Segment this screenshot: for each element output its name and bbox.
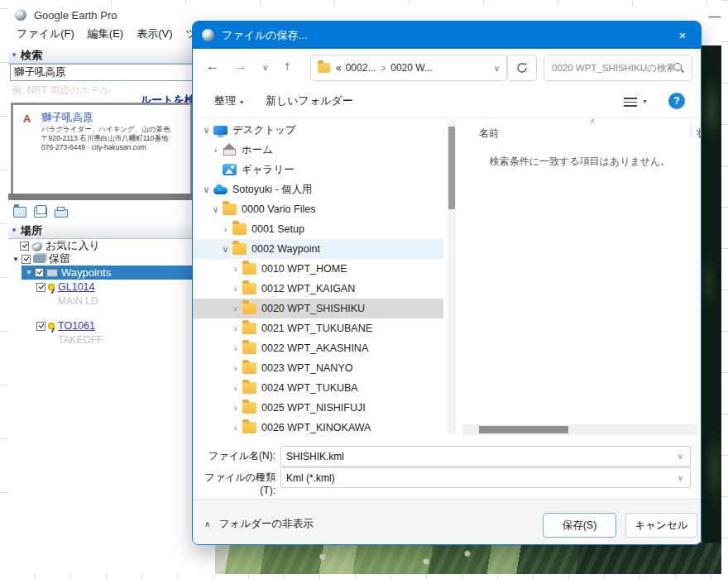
help-button[interactable]: ?	[668, 93, 685, 109]
caret-down-icon[interactable]: ▼	[642, 98, 648, 104]
chevron-icon[interactable]: ›	[230, 403, 241, 413]
satellite-map-strip-bottom[interactable]	[215, 543, 721, 574]
refresh-button[interactable]	[507, 55, 537, 81]
menu-view[interactable]: 表示(V)	[130, 26, 179, 41]
tree-item-folder[interactable]: ›0024 WPT_TUKUBA	[193, 378, 443, 398]
result-title-link[interactable]: 獅子吼高原	[41, 111, 93, 125]
ge-search-input[interactable]: 獅子吼高原	[10, 64, 222, 81]
places-item-waypoint[interactable]: TO1061	[8, 318, 223, 333]
recent-locations-dropdown[interactable]: ∨	[262, 63, 268, 72]
chevron-icon[interactable]: ∨	[201, 184, 212, 195]
collapse-triangle-icon[interactable]: ▼	[11, 51, 17, 59]
tree-item-gallery[interactable]: ギャラリー	[193, 160, 443, 179]
checkbox-checked-icon[interactable]	[22, 255, 31, 264]
organize-button[interactable]: 整理 ▼	[214, 93, 245, 108]
tree-item-folder-highlighted[interactable]: ∨0002 Waypoint	[193, 239, 443, 259]
tree-expander-icon[interactable]: ▼	[12, 256, 20, 263]
scrollbar-thumb[interactable]	[448, 127, 455, 209]
column-separator[interactable]	[691, 122, 692, 138]
checkbox-checked-icon[interactable]	[20, 242, 29, 251]
search-hint: 例: NRT 周辺のホテル	[12, 84, 110, 98]
tree-item-folder[interactable]: ∨0000 Vario Files	[193, 199, 443, 219]
new-folder-button[interactable]: 新しいフォルダー	[266, 93, 353, 108]
waypoint-link[interactable]: TO1061	[58, 320, 95, 332]
dialog-toolbar: 整理 ▼ 新しいフォルダー ▼ ?	[193, 85, 701, 117]
waypoint-link[interactable]: GL1014	[58, 281, 94, 293]
tree-item-folder-selected[interactable]: ›0020 WPT_SHISHIKU	[193, 299, 443, 318]
breadcrumb-segment[interactable]: 0020 W...	[390, 62, 433, 74]
list-horizontal-scrollbar[interactable]	[462, 424, 697, 435]
chevron-icon[interactable]: ›	[230, 383, 241, 393]
address-bar[interactable]: « 0002... > 0020 W... ∨	[310, 55, 507, 81]
breadcrumb-segment[interactable]: 0002...	[342, 62, 376, 74]
chevron-icon[interactable]: ›	[230, 323, 241, 333]
chevron-icon[interactable]: ∨	[220, 244, 231, 255]
save-button[interactable]: 保存(S)	[543, 513, 616, 538]
chevron-icon[interactable]: ›	[230, 343, 241, 353]
dialog-search-box[interactable]: 0020 WPT_SHISHIKUの検索	[544, 55, 692, 81]
search-icon[interactable]	[673, 63, 684, 74]
tree-item-folder[interactable]: ›0012 WPT_KAIGAN	[193, 279, 443, 299]
tree-item-folder[interactable]: ›0023 WPT_NANYO	[193, 358, 443, 378]
file-type-select[interactable]: Kml (*.kml) ∨	[280, 467, 691, 488]
chevron-down-icon[interactable]: ∨	[678, 473, 690, 482]
cancel-button[interactable]: キャンセル	[625, 513, 697, 538]
back-button[interactable]: ←	[206, 59, 219, 74]
home-icon	[223, 144, 237, 156]
collapse-triangle-icon[interactable]: ▼	[11, 227, 17, 234]
search-result-card[interactable]: A 獅子吼高原 パラグライダー、ハイキング、山の景色 〒920-2113 石川県…	[11, 103, 193, 196]
chevron-icon[interactable]: ∨	[210, 204, 221, 215]
satellite-map-strip-right[interactable]	[702, 45, 721, 574]
places-item-temporary[interactable]: ▼ 保留	[8, 252, 223, 266]
tree-item-onedrive[interactable]: ∨Sotoyuki - 個人用	[193, 179, 443, 199]
file-list-pane: ∧ 名前 状態 検索条件に一致する項目はありません。	[459, 118, 701, 439]
places-item-label: Waypoints	[61, 266, 111, 279]
tree-item-folder[interactable]: ›0001 Setup	[193, 219, 443, 239]
places-item-waypoint[interactable]: GL1014	[8, 280, 223, 294]
menu-edit[interactable]: 編集(E)	[81, 26, 130, 41]
file-type-value[interactable]: Kml (*.kml)	[281, 472, 678, 484]
column-header-status[interactable]: 状態	[697, 127, 701, 141]
scrollbar-thumb[interactable]	[479, 426, 568, 433]
places-item-favorites[interactable]: お気に入り	[8, 239, 223, 252]
file-name-input[interactable]: SHISHIK.kml ∨	[280, 446, 691, 467]
file-type-label: ファイルの種類(T):	[193, 471, 275, 496]
checkbox-checked-icon[interactable]	[36, 283, 46, 292]
tree-expander-icon[interactable]: ▼	[25, 269, 33, 276]
column-header-name[interactable]: 名前	[479, 127, 499, 141]
chevron-icon[interactable]: ›	[230, 363, 241, 373]
close-button[interactable]: ×	[664, 28, 701, 42]
up-button[interactable]: ↑	[284, 59, 290, 74]
breadcrumb-ellipsis[interactable]: «	[336, 62, 342, 74]
copy-result-icon[interactable]	[34, 207, 47, 218]
forward-button[interactable]: →	[234, 59, 247, 74]
tree-item-folder[interactable]: ›0010 WPT_HOME	[193, 259, 443, 279]
hide-folders-button[interactable]: ∧ フォルダーの非表示	[204, 517, 314, 531]
chevron-icon[interactable]: ›	[230, 264, 241, 274]
tree-item-home[interactable]: ›ホーム	[193, 140, 443, 160]
chevron-icon[interactable]: ›	[220, 224, 231, 234]
view-list-icon[interactable]	[624, 98, 637, 107]
folder-icon	[318, 63, 330, 73]
chevron-down-icon[interactable]: ∨	[494, 64, 506, 73]
file-name-value[interactable]: SHISHIK.kml	[281, 451, 678, 462]
history-folder-icon[interactable]	[13, 207, 26, 218]
chevron-icon[interactable]: ›	[230, 304, 241, 313]
chevron-icon[interactable]: ›	[230, 423, 241, 433]
chevron-down-icon[interactable]: ∨	[678, 452, 690, 461]
tree-item-desktop[interactable]: ∨デスクトップ	[193, 120, 443, 140]
tree-item-folder[interactable]: ›0022 WPT_AKASHINA	[193, 338, 443, 358]
dialog-titlebar[interactable]: ファイルの保存... ×	[193, 22, 701, 49]
tree-item-folder[interactable]: ›0021 WPT_TUKUBANE	[193, 318, 443, 338]
chevron-icon[interactable]: ∨	[201, 125, 212, 136]
checkbox-checked-icon[interactable]	[35, 268, 44, 277]
tree-scrollbar[interactable]	[448, 120, 456, 434]
menu-file[interactable]: ファイル(F)	[10, 26, 81, 41]
tree-item-folder[interactable]: ›0026 WPT_KINOKAWA	[193, 418, 443, 438]
print-icon[interactable]	[55, 209, 68, 218]
minimize-button[interactable]: —	[709, 12, 721, 20]
chevron-icon[interactable]: ›	[210, 145, 221, 155]
tree-item-folder[interactable]: ›0025 WPT_NISHIFUJI	[193, 398, 443, 418]
chevron-icon[interactable]: ›	[230, 284, 241, 294]
checkbox-checked-icon[interactable]	[36, 322, 46, 331]
